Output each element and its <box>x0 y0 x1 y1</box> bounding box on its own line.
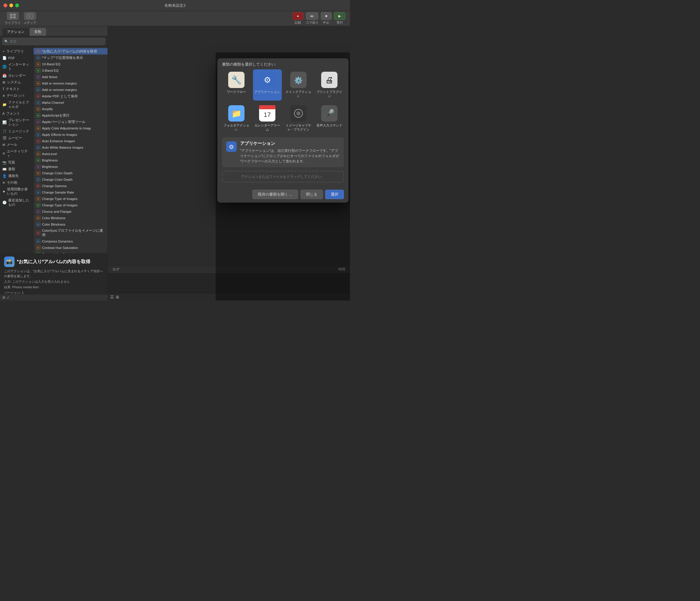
action-item-compress[interactable]: ● Compress Dynamics <box>33 238 107 245</box>
action-item-autoenh[interactable]: ● Auto Enhance Images <box>33 138 107 144</box>
action-item-imgtype1[interactable]: ● Change Type of Images <box>33 196 107 202</box>
action-item-autolevel[interactable]: ● AutoLevel <box>33 151 107 157</box>
sidebar-item-pdf[interactable]: 📄PDF <box>0 55 33 61</box>
action-item-fav-album[interactable]: ● *お気に入り*アルバムの内容を取得 <box>33 48 107 54</box>
modal-overlay: 書類の種類を選択してください: 🔧 ワークフロー ⚙ アプリケーション ⚙️ ク… <box>216 52 350 301</box>
toggle-button[interactable]: ✓ <box>7 296 9 300</box>
sidebar-item-books[interactable]: 📖書類 <box>0 166 33 173</box>
action-item-applescript[interactable]: ● AppleScriptを実行 <box>33 112 107 119</box>
modal-item-icon-calendar: 17 <box>259 105 275 122</box>
sidebar-item-text[interactable]: Tテキスト <box>0 86 33 92</box>
action-item-colorblind1[interactable]: ● Color Blindness <box>33 215 107 221</box>
action-item-colorblind2[interactable]: ● Color Blindness <box>33 221 107 228</box>
modal-item-icon-folderaction: 📁 <box>228 105 245 122</box>
window-title: 名称未設定2 <box>165 3 185 8</box>
svg-text:🔧: 🔧 <box>231 75 241 85</box>
sidebar-item-system[interactable]: ⚙システム <box>0 79 33 86</box>
cat-icon: ✕ <box>2 181 5 185</box>
log-grid-view-button[interactable]: ⊞ <box>116 295 119 299</box>
sidebar-item-frequent[interactable]: ★使用回数が多いもの <box>0 186 33 197</box>
sidebar-item-music[interactable]: 🎵ミュージック <box>0 128 33 135</box>
tab-variables[interactable]: 変数 <box>30 28 46 36</box>
sidebar-item-photos[interactable]: 📷写真 <box>0 159 33 166</box>
sidebar-item-recent[interactable]: 🕐最近追加したもの <box>0 197 33 208</box>
svg-text:📁: 📁 <box>231 109 241 118</box>
action-item-gamma[interactable]: ● Change Gamma <box>33 183 107 189</box>
stop-button[interactable]: ■ <box>321 12 332 20</box>
modal-desc-icon: ⚙ <box>226 141 237 152</box>
modal-item-calendar[interactable]: 17 カレンダーアラーム <box>253 103 282 134</box>
cat-label: ライブラリ <box>6 49 24 54</box>
close-button[interactable] <box>3 3 7 7</box>
action-item-map-loc[interactable]: ● *マップ*で位置情報を表示 <box>33 54 107 61</box>
action-item-alpha[interactable]: ● Alpha Channel <box>33 99 107 106</box>
zoom-button[interactable] <box>15 3 19 7</box>
cat-icon: ⚙ <box>2 80 5 84</box>
search-bar: 🔍 <box>0 36 107 47</box>
action-item-applevermgr[interactable]: ● Appleバージョン管理ツール <box>33 119 107 125</box>
action-item-chorus[interactable]: ● Chorus and Flanger <box>33 208 107 215</box>
modal-item-imagecapture[interactable]: イメージキャプチャ・プラグイン <box>284 103 313 134</box>
action-item-colordepth1[interactable]: ● Change Color Depth <box>33 170 107 176</box>
sidebar-item-font[interactable]: Aフォント <box>0 110 33 117</box>
select-button[interactable]: 選択 <box>325 190 344 199</box>
search-input[interactable] <box>2 38 105 45</box>
action-item-addremove1[interactable]: ● Add or remove margins <box>33 80 107 86</box>
action-item-contrast2[interactable]: ● Contrast Hue Saturation <box>33 251 107 253</box>
library-button[interactable] <box>7 12 19 20</box>
sidebar-item-presentation[interactable]: 📊プレゼンテーション <box>0 117 33 128</box>
cat-icon: 🕐 <box>2 201 7 205</box>
settings-button[interactable]: ⚙ <box>2 296 5 300</box>
modal-item-app[interactable]: ⚙ アプリケーション <box>253 69 282 101</box>
run-button[interactable]: ▶ <box>334 12 345 20</box>
media-button[interactable] <box>24 12 36 20</box>
action-label: Adobe PDF として保存 <box>42 94 78 99</box>
sidebar-item-files[interactable]: 📁ファイルとフォルダ <box>0 99 33 110</box>
cat-label: 使用回数が多いもの <box>7 187 31 196</box>
record-button[interactable]: ● <box>293 12 303 20</box>
minimize-button[interactable] <box>9 3 13 7</box>
action-item-addremove2[interactable]: ● Add or remove margins <box>33 86 107 93</box>
sidebar-item-movie[interactable]: 🎬ムービー <box>0 135 33 141</box>
cat-icon: ✕ <box>2 152 5 156</box>
sidebar-item-internet[interactable]: 🌐インターネット <box>0 61 33 72</box>
open-existing-button[interactable]: 既存の書類を開く ... <box>252 190 298 199</box>
sidebar-item-contacts[interactable]: 👤連絡先 <box>0 173 33 179</box>
step-button[interactable]: ⏭ <box>306 12 318 20</box>
sidebar-item-library[interactable]: ▼ライブラリ <box>0 48 33 55</box>
action-item-eq3[interactable]: ● 3-Band EQ <box>33 67 107 74</box>
action-item-applyeffects[interactable]: ● Apply Effects to Images <box>33 131 107 138</box>
action-item-addnoise[interactable]: ● Add Noise <box>33 74 107 80</box>
log-list-view-button[interactable]: ☰ <box>110 295 114 299</box>
action-label: Add or remove margins <box>42 88 77 92</box>
action-item-colorsync[interactable]: ● ColorSyncプロファイルをイメージに適用 <box>33 228 107 238</box>
action-item-brightness2[interactable]: ● Brightness <box>33 164 107 170</box>
modal-item-voiceinput[interactable]: 🎤 音声入力コマンド <box>315 103 344 134</box>
action-item-amplify[interactable]: ● Amplify <box>33 106 107 112</box>
action-item-samplerate[interactable]: ● Change Sample Rate <box>33 189 107 196</box>
sidebar-item-mail[interactable]: ✉メール <box>0 141 33 148</box>
modal-item-printplugin[interactable]: 🖨 プリントプラグイン <box>315 69 344 101</box>
tab-bar: アクション 変数 <box>0 26 107 36</box>
modal-item-workflow[interactable]: 🔧 ワークフロー <box>222 69 251 101</box>
modal-item-quickaction[interactable]: ⚙️ クイックアクション <box>284 69 313 101</box>
action-item-autowhite[interactable]: ● Auto White Balance Images <box>33 144 107 151</box>
action-item-eq10[interactable]: ● 10-Band EQ <box>33 61 107 67</box>
sidebar-item-utility[interactable]: ✕ユーティリティ <box>0 148 33 159</box>
modal-item-folderaction[interactable]: 📁 フォルダアクション <box>222 103 251 134</box>
sidebar-item-other[interactable]: ✕その他 <box>0 179 33 186</box>
action-item-applycolor[interactable]: ● Apply Color Adjustments to Imag <box>33 125 107 131</box>
action-item-contrast1[interactable]: ● Contrast Hue Saturation <box>33 245 107 251</box>
action-item-brightness1[interactable]: ● Brightness <box>33 157 107 164</box>
action-label: Change Gamma <box>42 184 67 188</box>
action-item-colordepth2[interactable]: ● Change Color Depth <box>33 176 107 183</box>
close-modal-button[interactable]: 閉じる <box>300 190 323 199</box>
action-item-adobepdf[interactable]: ● Adobe PDF として保存 <box>33 93 107 99</box>
tab-actions[interactable]: アクション <box>2 28 29 36</box>
drop-zone[interactable]: アクションまたはファイルをドラッグしてください。 <box>222 171 344 182</box>
action-label: Amplify <box>42 107 53 111</box>
action-item-imgtype2[interactable]: ● Change Type of Images <box>33 202 107 208</box>
sidebar-item-calendar[interactable]: 📅カレンダー <box>0 72 33 79</box>
action-icon: ● <box>36 145 41 150</box>
sidebar-item-developer[interactable]: ✕デベロッパ <box>0 92 33 99</box>
